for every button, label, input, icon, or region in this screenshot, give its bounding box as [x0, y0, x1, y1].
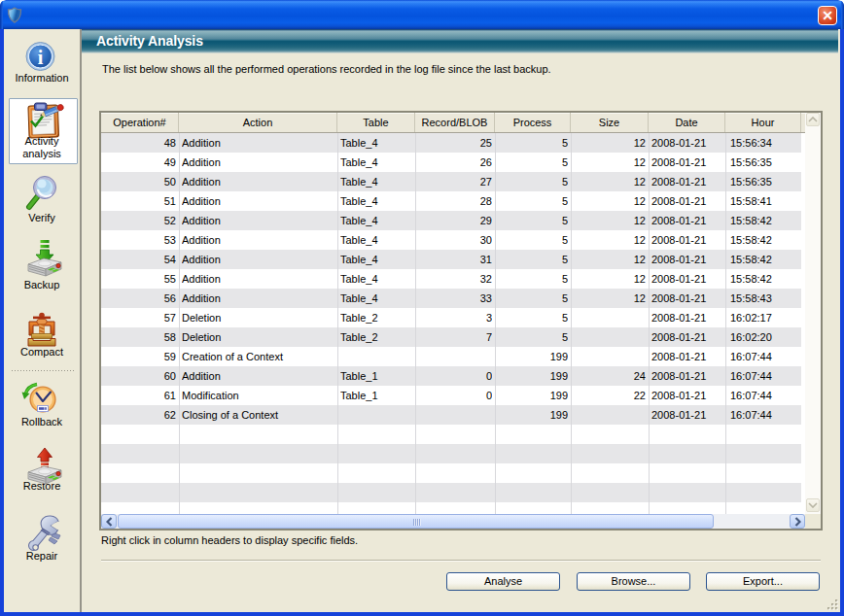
svg-text:i: i: [38, 47, 44, 68]
